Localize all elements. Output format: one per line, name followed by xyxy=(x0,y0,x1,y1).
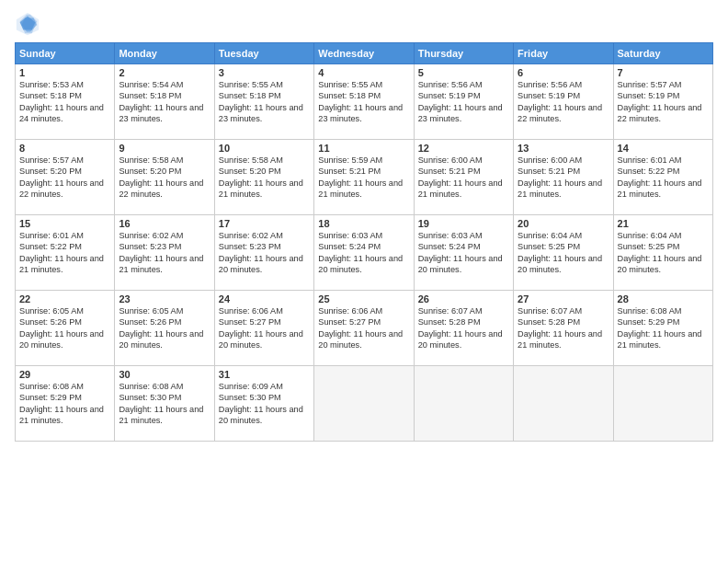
day-cell: 31 Sunrise: 6:09 AMSunset: 5:30 PMDaylig… xyxy=(214,366,313,442)
day-number: 30 xyxy=(119,369,210,380)
day-number: 1 xyxy=(19,67,110,78)
day-cell xyxy=(314,366,414,442)
day-number: 17 xyxy=(219,218,310,229)
week-row-2: 8 Sunrise: 5:57 AMSunset: 5:20 PMDayligh… xyxy=(16,140,713,215)
week-row-5: 29 Sunrise: 6:08 AMSunset: 5:29 PMDaylig… xyxy=(16,366,713,442)
day-info: Sunrise: 5:55 AMSunset: 5:18 PMDaylight:… xyxy=(318,79,409,125)
day-cell: 29 Sunrise: 6:08 AMSunset: 5:29 PMDaylig… xyxy=(16,366,115,442)
day-info: Sunrise: 6:04 AMSunset: 5:25 PMDaylight:… xyxy=(618,230,709,276)
day-info: Sunrise: 6:02 AMSunset: 5:23 PMDaylight:… xyxy=(219,230,310,276)
day-number: 8 xyxy=(19,143,110,154)
day-cell: 4 Sunrise: 5:55 AMSunset: 5:18 PMDayligh… xyxy=(314,64,414,140)
day-info: Sunrise: 5:59 AMSunset: 5:21 PMDaylight:… xyxy=(318,155,409,201)
day-cell: 26 Sunrise: 6:07 AMSunset: 5:28 PMDaylig… xyxy=(414,291,513,366)
day-info: Sunrise: 5:54 AMSunset: 5:18 PMDaylight:… xyxy=(119,79,210,125)
col-header-sunday: Sunday xyxy=(16,43,115,64)
logo xyxy=(15,11,44,37)
day-info: Sunrise: 6:01 AMSunset: 5:22 PMDaylight:… xyxy=(618,155,709,201)
day-cell: 11 Sunrise: 5:59 AMSunset: 5:21 PMDaylig… xyxy=(314,140,414,215)
day-number: 6 xyxy=(518,67,609,78)
calendar-table: SundayMondayTuesdayWednesdayThursdayFrid… xyxy=(15,42,713,442)
day-info: Sunrise: 6:00 AMSunset: 5:21 PMDaylight:… xyxy=(418,155,509,201)
day-number: 21 xyxy=(618,218,709,229)
day-cell: 7 Sunrise: 5:57 AMSunset: 5:19 PMDayligh… xyxy=(613,64,712,140)
day-info: Sunrise: 5:57 AMSunset: 5:19 PMDaylight:… xyxy=(618,79,709,125)
day-info: Sunrise: 6:05 AMSunset: 5:26 PMDaylight:… xyxy=(19,305,110,351)
day-info: Sunrise: 6:02 AMSunset: 5:23 PMDaylight:… xyxy=(119,230,210,276)
day-cell: 20 Sunrise: 6:04 AMSunset: 5:25 PMDaylig… xyxy=(514,215,613,291)
day-info: Sunrise: 6:07 AMSunset: 5:28 PMDaylight:… xyxy=(418,305,509,351)
header-row: SundayMondayTuesdayWednesdayThursdayFrid… xyxy=(16,43,713,64)
day-number: 14 xyxy=(618,143,709,154)
day-cell: 6 Sunrise: 5:56 AMSunset: 5:19 PMDayligh… xyxy=(514,64,613,140)
day-number: 25 xyxy=(318,293,409,304)
day-number: 19 xyxy=(418,218,509,229)
col-header-friday: Friday xyxy=(514,43,613,64)
day-number: 23 xyxy=(119,293,210,304)
day-number: 11 xyxy=(318,143,409,154)
day-cell: 24 Sunrise: 6:06 AMSunset: 5:27 PMDaylig… xyxy=(214,291,313,366)
day-cell: 21 Sunrise: 6:04 AMSunset: 5:25 PMDaylig… xyxy=(613,215,712,291)
day-number: 10 xyxy=(219,143,310,154)
day-number: 2 xyxy=(119,67,210,78)
day-info: Sunrise: 5:58 AMSunset: 5:20 PMDaylight:… xyxy=(119,155,210,201)
day-number: 3 xyxy=(219,67,310,78)
week-row-4: 22 Sunrise: 6:05 AMSunset: 5:26 PMDaylig… xyxy=(16,291,713,366)
day-info: Sunrise: 5:55 AMSunset: 5:18 PMDaylight:… xyxy=(219,79,310,125)
page-container: SundayMondayTuesdayWednesdayThursdayFrid… xyxy=(0,0,728,449)
day-cell: 25 Sunrise: 6:06 AMSunset: 5:27 PMDaylig… xyxy=(314,291,414,366)
day-number: 20 xyxy=(518,218,609,229)
day-cell xyxy=(514,366,613,442)
col-header-monday: Monday xyxy=(115,43,214,64)
day-cell: 30 Sunrise: 6:08 AMSunset: 5:30 PMDaylig… xyxy=(115,366,214,442)
day-info: Sunrise: 6:08 AMSunset: 5:29 PMDaylight:… xyxy=(19,381,110,427)
day-number: 12 xyxy=(418,143,509,154)
day-cell: 18 Sunrise: 6:03 AMSunset: 5:24 PMDaylig… xyxy=(314,215,414,291)
day-info: Sunrise: 6:04 AMSunset: 5:25 PMDaylight:… xyxy=(518,230,609,276)
day-number: 18 xyxy=(318,218,409,229)
day-number: 31 xyxy=(219,369,310,380)
day-number: 16 xyxy=(119,218,210,229)
logo-icon xyxy=(15,11,40,37)
col-header-thursday: Thursday xyxy=(414,43,513,64)
day-cell: 23 Sunrise: 6:05 AMSunset: 5:26 PMDaylig… xyxy=(115,291,214,366)
day-info: Sunrise: 6:08 AMSunset: 5:30 PMDaylight:… xyxy=(119,381,210,427)
day-cell: 1 Sunrise: 5:53 AMSunset: 5:18 PMDayligh… xyxy=(16,64,115,140)
day-info: Sunrise: 6:06 AMSunset: 5:27 PMDaylight:… xyxy=(219,305,310,351)
day-cell: 5 Sunrise: 5:56 AMSunset: 5:19 PMDayligh… xyxy=(414,64,513,140)
day-cell: 19 Sunrise: 6:03 AMSunset: 5:24 PMDaylig… xyxy=(414,215,513,291)
col-header-wednesday: Wednesday xyxy=(314,43,414,64)
day-number: 29 xyxy=(19,369,110,380)
day-number: 28 xyxy=(618,293,709,304)
day-number: 15 xyxy=(19,218,110,229)
day-info: Sunrise: 5:56 AMSunset: 5:19 PMDaylight:… xyxy=(418,79,509,125)
day-number: 22 xyxy=(19,293,110,304)
day-cell: 9 Sunrise: 5:58 AMSunset: 5:20 PMDayligh… xyxy=(115,140,214,215)
day-info: Sunrise: 6:03 AMSunset: 5:24 PMDaylight:… xyxy=(318,230,409,276)
day-cell: 27 Sunrise: 6:07 AMSunset: 5:28 PMDaylig… xyxy=(514,291,613,366)
day-cell: 8 Sunrise: 5:57 AMSunset: 5:20 PMDayligh… xyxy=(16,140,115,215)
day-number: 9 xyxy=(119,143,210,154)
day-cell: 12 Sunrise: 6:00 AMSunset: 5:21 PMDaylig… xyxy=(414,140,513,215)
day-info: Sunrise: 5:53 AMSunset: 5:18 PMDaylight:… xyxy=(19,79,110,125)
day-cell: 16 Sunrise: 6:02 AMSunset: 5:23 PMDaylig… xyxy=(115,215,214,291)
day-cell: 17 Sunrise: 6:02 AMSunset: 5:23 PMDaylig… xyxy=(214,215,313,291)
day-info: Sunrise: 6:00 AMSunset: 5:21 PMDaylight:… xyxy=(518,155,609,201)
week-row-1: 1 Sunrise: 5:53 AMSunset: 5:18 PMDayligh… xyxy=(16,64,713,140)
col-header-saturday: Saturday xyxy=(613,43,712,64)
day-cell: 28 Sunrise: 6:08 AMSunset: 5:29 PMDaylig… xyxy=(613,291,712,366)
day-cell: 10 Sunrise: 5:58 AMSunset: 5:20 PMDaylig… xyxy=(214,140,313,215)
day-cell: 15 Sunrise: 6:01 AMSunset: 5:22 PMDaylig… xyxy=(16,215,115,291)
day-cell: 13 Sunrise: 6:00 AMSunset: 5:21 PMDaylig… xyxy=(514,140,613,215)
day-info: Sunrise: 6:01 AMSunset: 5:22 PMDaylight:… xyxy=(19,230,110,276)
day-cell xyxy=(613,366,712,442)
header xyxy=(15,11,713,37)
day-cell xyxy=(414,366,513,442)
day-number: 27 xyxy=(518,293,609,304)
day-number: 4 xyxy=(318,67,409,78)
day-info: Sunrise: 5:58 AMSunset: 5:20 PMDaylight:… xyxy=(219,155,310,201)
day-cell: 22 Sunrise: 6:05 AMSunset: 5:26 PMDaylig… xyxy=(16,291,115,366)
day-number: 24 xyxy=(219,293,310,304)
week-row-3: 15 Sunrise: 6:01 AMSunset: 5:22 PMDaylig… xyxy=(16,215,713,291)
day-info: Sunrise: 6:08 AMSunset: 5:29 PMDaylight:… xyxy=(618,305,709,351)
